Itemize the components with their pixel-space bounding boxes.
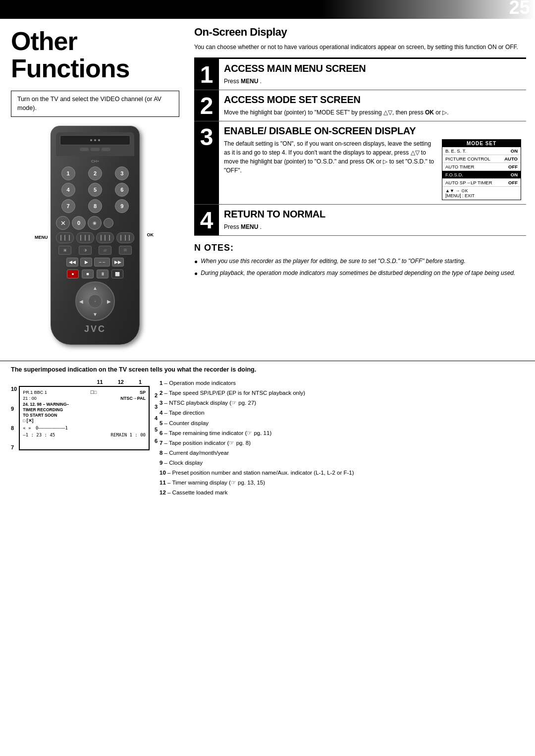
forward-button[interactable]: – –	[94, 258, 110, 267]
circle-button[interactable]: ◉	[88, 216, 102, 230]
tv-bar: « » 0——————————1	[23, 426, 146, 431]
step-1-content: ACCESS MAIN MENU SCREEN Press MENU .	[219, 59, 526, 90]
step-4: 4 RETURN TO NORMAL Press MENU .	[194, 205, 526, 236]
diagram-row-2: PICTURE CONTROL AUTO	[442, 155, 521, 163]
step-4-text: Press MENU .	[224, 222, 521, 231]
step-1-number: 1	[194, 59, 219, 90]
indicators-list: 1 – Operation mode indicators 2 – Tape s…	[160, 379, 524, 498]
num-btn-4[interactable]: 4	[61, 183, 75, 197]
main-layout: Other Functions Turn on the TV and selec…	[0, 19, 535, 354]
middle-row: ✕ 0 ◉	[56, 216, 134, 230]
intro-text: You can choose whether or not to have va…	[194, 43, 526, 52]
indicator-4: 4 – Tape direction	[160, 409, 524, 417]
step-2-heading: ACCESS MODE SET SCREEN	[224, 94, 521, 105]
remote-control: CH+ 1 2 3 4 5 6 7 8 9 ✕	[51, 126, 140, 345]
rewind-button[interactable]: ◀◀	[66, 258, 78, 267]
nav-center[interactable]: +	[88, 294, 102, 308]
page-number: 25	[509, 0, 530, 17]
remote-display	[60, 135, 130, 145]
record-stop-row: ● ■ ⏸ ⬜	[56, 270, 134, 278]
misc-btn-1[interactable]: ▣	[58, 246, 71, 255]
misc-btn-3[interactable]: ///	[99, 246, 111, 255]
chapter-title: Other Functions	[11, 28, 179, 82]
left-column: Other Functions Turn on the TV and selec…	[0, 19, 188, 354]
diagram-row-3: AUTO TIMER OFF	[442, 163, 521, 171]
step-2-text: Move the highlight bar (pointer) to "MOD…	[224, 108, 521, 117]
bottom-layout: 11 12 1 10 9 8 7 PR.1 BBC 1 ☐□	[11, 379, 524, 498]
num-btn-7[interactable]: 7	[61, 199, 75, 213]
ffwd-button[interactable]: ▶▶	[112, 258, 124, 267]
diagram-header: MODE SET	[442, 140, 521, 147]
section-title: On-Screen Display	[194, 26, 526, 39]
steps-container: 1 ACCESS MAIN MENU SCREEN Press MENU . 2…	[194, 57, 526, 236]
step-2-content: ACCESS MODE SET SCREEN Move the highligh…	[219, 90, 526, 121]
indicator-8: 8 – Current day/month/year	[160, 449, 524, 457]
tv-bottom-area: –1 : 23 : 45 REMAIN 1 : 00	[23, 432, 146, 437]
d-button[interactable]	[104, 218, 113, 228]
nav-up-arrow: ▲	[93, 285, 98, 291]
ok-label: OK	[147, 232, 154, 237]
note-item-1: ● When you use this recorder as the play…	[194, 257, 526, 266]
indicator-9: 9 – Clock display	[160, 459, 524, 467]
diagram-footer: ▲▼ → ⊙K [MENU] : EXIT	[442, 187, 521, 200]
indicator-6: 6 – Tape remaining time indicator (☞ pg.…	[160, 429, 524, 437]
aux-btn[interactable]: ⬜	[111, 270, 123, 278]
indicator-12: 12 – Cassette loaded mark	[160, 488, 524, 496]
indicator-5: 5 – Counter display	[160, 419, 524, 427]
pause-button[interactable]: ⏸	[97, 270, 108, 278]
indicator-1: 1 – Operation mode indicators	[160, 379, 524, 387]
indicator-11: 11 – Timer warning display (☞ pg. 13, 15…	[160, 479, 524, 486]
num-btn-1[interactable]: 1	[61, 166, 75, 180]
nav-left-arrow: ◀	[79, 299, 83, 304]
slider-1[interactable]	[56, 232, 74, 243]
step-1-heading: ACCESS MAIN MENU SCREEN	[224, 63, 521, 74]
stop-button[interactable]: ■	[82, 270, 94, 278]
number-grid: 1 2 3 4 5 6 7 8 9	[56, 166, 134, 213]
step-3-content: ENABLE/ DISABLE ON-SCREEN DISPLAY The de…	[219, 121, 526, 204]
tv-left-labels: 10 9 8 7	[11, 386, 19, 450]
indicator-10: 10 – Preset position number and station …	[160, 469, 524, 477]
channel-label: CH+	[56, 159, 134, 163]
num-btn-2[interactable]: 2	[88, 166, 102, 180]
num-btn-9[interactable]: 9	[115, 199, 129, 213]
step-1-text: Press MENU .	[224, 77, 521, 86]
indicator-7: 7 – Tape position indicator (☞ pg. 8)	[160, 439, 524, 447]
tv-main-area: 10 9 8 7 PR.1 BBC 1 ☐□ SP 21 : 00 NTSC	[11, 386, 150, 450]
remote-top-btn-1[interactable]	[80, 148, 89, 151]
remote-top-btn-3[interactable]	[102, 148, 110, 151]
menu-label: MENU	[35, 235, 48, 240]
num-btn-3[interactable]: 3	[115, 166, 129, 180]
transport-buttons: ◀◀ ▶ – – ▶▶	[56, 258, 134, 267]
num-btn-6[interactable]: 6	[115, 183, 129, 197]
step-4-number: 4	[194, 205, 219, 235]
note-item-2: ● During playback, the operation mode in…	[194, 269, 526, 278]
diagram-row-4-highlighted: F.O.S.D. ON	[442, 171, 521, 179]
misc-btn-2[interactable]: ◑	[79, 246, 92, 255]
x-button[interactable]: ✕	[56, 216, 70, 230]
tv-frame: PR.1 BBC 1 ☐□ SP 21 : 00 NTSC→PAL 24. 12…	[19, 386, 150, 450]
step-4-heading: RETURN TO NORMAL	[224, 209, 521, 219]
record-button[interactable]: ●	[67, 270, 79, 278]
slider-3[interactable]	[96, 232, 114, 243]
step-3-diagram: MODE SET B. E. S. T. ON PICTURE CONTROL …	[442, 139, 521, 200]
misc-btn-4[interactable]: ⊟	[119, 246, 132, 255]
nav-ring[interactable]: ▲ ▼ ◀ ▶ +	[75, 281, 115, 321]
num-btn-5[interactable]: 5	[88, 183, 102, 197]
right-column: On-Screen Display You can choose whether…	[188, 19, 535, 354]
slider-2[interactable]	[76, 232, 94, 243]
remote-illustration: MENU OK	[11, 126, 179, 345]
indicator-3: 3 – NTSC playback display (☞ pg. 27)	[160, 399, 524, 407]
slider-4[interactable]	[116, 232, 134, 243]
misc-row: ▣ ◑ /// ⊟	[56, 246, 134, 255]
step-3-number: 3	[194, 121, 219, 204]
notes-title: N OTES:	[194, 243, 526, 253]
step-3-heading: ENABLE/ DISABLE ON-SCREEN DISPLAY	[224, 125, 521, 136]
remote-top-btn-2[interactable]	[91, 148, 100, 151]
play-button[interactable]: ▶	[80, 258, 92, 267]
prereq-box: Turn on the TV and select the VIDEO chan…	[11, 91, 179, 117]
step-4-content: RETURN TO NORMAL Press MENU .	[219, 205, 526, 235]
num-btn-8[interactable]: 8	[88, 199, 102, 213]
step-1: 1 ACCESS MAIN MENU SCREEN Press MENU .	[194, 59, 526, 90]
tv-right-labels: 2 3 4 5 6	[155, 387, 158, 449]
zero-button[interactable]: 0	[72, 216, 86, 230]
